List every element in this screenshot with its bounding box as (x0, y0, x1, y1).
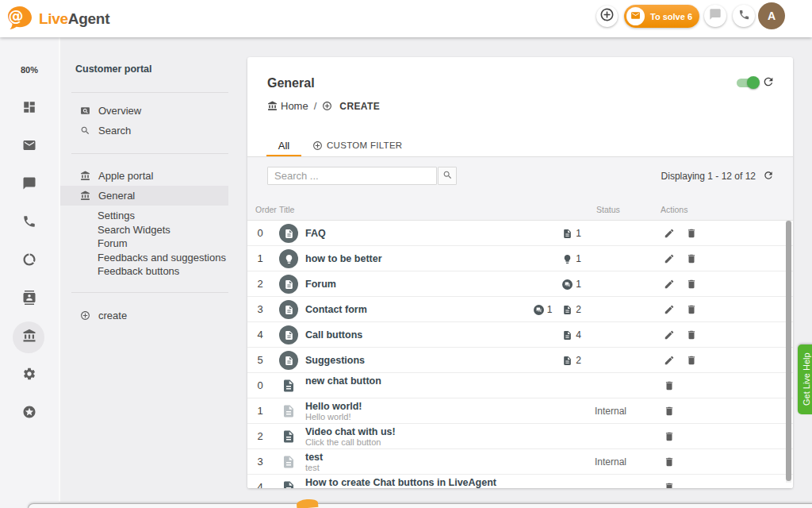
nav-item-overview[interactable]: Overview (60, 101, 247, 121)
column-header-status: Status (596, 205, 620, 214)
sidebar-item-data-ring[interactable] (21, 253, 37, 269)
tab-custom-filter[interactable]: CUSTOM FILTER (312, 140, 402, 151)
phone-icon (22, 214, 36, 232)
portal-enabled-toggle[interactable] (737, 79, 757, 87)
add-new-button[interactable] (596, 6, 618, 27)
delete-icon[interactable] (686, 253, 697, 264)
delete-icon[interactable] (664, 456, 675, 468)
delete-icon[interactable] (664, 406, 675, 417)
row-title[interactable]: new chat button (305, 375, 381, 387)
sidebar-item-phone[interactable] (21, 215, 37, 231)
edit-icon[interactable] (664, 304, 675, 315)
count-badge: 2 (562, 304, 581, 315)
nav-item-apple-portal[interactable]: Apple portal (60, 166, 247, 186)
row-title[interactable]: Hello world! (305, 401, 362, 412)
table-row[interactable]: 1how to be better1 (247, 246, 793, 271)
sidebar-item-bank[interactable] (21, 329, 37, 345)
peeking-bottom-window[interactable] (28, 503, 812, 508)
row-title[interactable]: Video chat with us! (305, 426, 396, 437)
breadcrumb-create[interactable]: CREATE (339, 101, 380, 112)
table-scrollbar[interactable] (786, 221, 791, 483)
to-solve-button[interactable]: To solve 6 (624, 5, 699, 28)
nav-item-create[interactable]: create (60, 306, 247, 325)
row-title[interactable]: test (305, 452, 323, 463)
table-row[interactable]: 4Call buttons4 (247, 322, 793, 348)
bank-icon (22, 329, 36, 346)
article-circle-icon (279, 224, 298, 243)
row-order: 2 (251, 271, 270, 297)
avatar[interactable]: A (758, 2, 785, 29)
nav-item-search[interactable]: Search (60, 121, 247, 140)
row-title[interactable]: Call buttons (305, 329, 362, 341)
calls-button[interactable] (733, 5, 755, 27)
row-title[interactable]: FAQ (305, 228, 326, 239)
delete-icon[interactable] (686, 329, 697, 341)
row-actions (664, 221, 697, 246)
refresh-icon[interactable] (762, 75, 775, 88)
edit-icon[interactable] (664, 279, 675, 290)
row-counts: 2 (562, 348, 581, 373)
edit-icon[interactable] (664, 253, 675, 264)
table-row[interactable]: 2Video chat with us!Click the call butto… (247, 424, 793, 449)
get-live-help-button[interactable]: Get Live Help (798, 344, 812, 414)
delete-icon[interactable] (686, 304, 697, 315)
edit-icon[interactable] (664, 355, 675, 366)
delete-icon[interactable] (686, 279, 697, 290)
table-row[interactable]: 1Hello world!Hello world!Internal (247, 398, 793, 424)
search-button[interactable] (438, 167, 457, 185)
table-row[interactable]: 2Forum1 (247, 271, 793, 297)
nav-subitem-feedback-buttons[interactable]: Feedback buttons (60, 264, 247, 279)
table-row[interactable]: 5Suggestions2 (247, 348, 793, 373)
row-title[interactable]: How to create Chat buttons in LiveAgent (305, 477, 496, 488)
nav-subitem-settings[interactable]: Settings (60, 209, 247, 223)
nav-subitem-forum[interactable]: Forum (60, 237, 247, 251)
mail-icon (22, 138, 36, 156)
nav-title: Customer portal (75, 64, 247, 75)
nav-subitem-feedbacks-and-suggestions[interactable]: Feedbacks and suggestions (60, 251, 247, 265)
liveagent-logo[interactable]: @ LiveAgent (6, 5, 109, 33)
nav-subitem-search-widgets[interactable]: Search Widgets (60, 223, 247, 237)
customer-portal-nav: Customer portal OverviewSearchApple port… (60, 37, 247, 508)
plus-circle-icon (599, 7, 615, 25)
articles-table: 0FAQ11how to be better12Forum13Contact f… (247, 221, 793, 488)
sidebar-item-contacts[interactable] (21, 291, 37, 307)
table-row[interactable]: 0new chat button (247, 373, 793, 398)
row-title[interactable]: Suggestions (305, 355, 365, 366)
table-row[interactable]: 3Contact form12 (247, 297, 793, 322)
delete-icon[interactable] (664, 431, 675, 442)
tab-all[interactable]: All (266, 133, 301, 157)
sidebar-item-chat-bubble[interactable] (21, 177, 37, 193)
refresh-icon[interactable] (763, 170, 774, 181)
chat-bubble-icon (22, 176, 36, 194)
delete-icon[interactable] (686, 355, 697, 366)
table-row[interactable]: 4How to create Chat buttons in LiveAgent (247, 475, 793, 488)
edit-icon[interactable] (664, 228, 675, 239)
row-title[interactable]: how to be better (305, 253, 382, 264)
file-light-icon (282, 404, 296, 418)
edit-icon[interactable] (664, 329, 675, 341)
nav-item-general[interactable]: General (60, 186, 228, 206)
sidebar-item-dashboard[interactable] (21, 101, 37, 117)
table-row[interactable]: 3testtestInternal (247, 449, 793, 475)
column-header-actions: Actions (661, 205, 688, 214)
search-group (267, 167, 457, 185)
row-counts: 1 (562, 221, 581, 246)
delete-icon[interactable] (686, 228, 697, 239)
sidebar-item-mail[interactable] (21, 139, 37, 155)
sidebar-item-gear[interactable] (21, 368, 37, 383)
delete-icon[interactable] (664, 482, 675, 488)
table-row[interactable]: 0FAQ1 (247, 221, 793, 246)
breadcrumb-home[interactable]: Home (281, 100, 308, 112)
sidebar-item-stars[interactable] (21, 406, 37, 421)
row-title[interactable]: Contact form (305, 304, 367, 315)
plus-circle-icon (322, 101, 332, 111)
delete-icon[interactable] (664, 380, 675, 391)
row-title[interactable]: Forum (305, 279, 336, 290)
chats-button[interactable] (704, 5, 726, 27)
article-circle-icon (279, 300, 298, 319)
search-input[interactable] (267, 167, 437, 185)
availability-badge[interactable]: 80% (0, 65, 59, 75)
badge-count: 1 (576, 228, 581, 239)
scrollbar-thumb[interactable] (786, 221, 791, 481)
column-header-order: Order (255, 205, 277, 214)
